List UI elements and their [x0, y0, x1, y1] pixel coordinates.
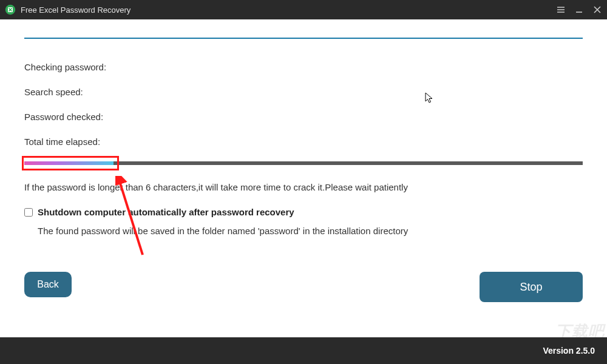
time-elapsed-row: Total time elapsed:	[24, 136, 583, 147]
search-speed-label: Search speed:	[24, 87, 83, 97]
footer: Version 2.5.0	[0, 337, 607, 364]
progress-fill	[24, 161, 114, 165]
divider-line	[24, 38, 583, 39]
version-label: Version 2.5.0	[543, 346, 595, 356]
progress-bar	[24, 161, 583, 165]
stop-button[interactable]: Stop	[480, 272, 583, 302]
save-location-note: The found password will be saved in the …	[38, 226, 583, 236]
minimize-icon[interactable]	[574, 5, 584, 15]
app-title: Free Excel Password Recovery	[21, 5, 556, 15]
main-content: Checking password: Search speed: Passwor…	[0, 38, 607, 236]
back-button[interactable]: Back	[24, 272, 72, 297]
shutdown-checkbox[interactable]	[24, 208, 33, 217]
time-elapsed-label: Total time elapsed:	[24, 136, 100, 147]
checking-password-label: Checking password:	[24, 62, 106, 72]
password-checked-label: Password checked:	[24, 112, 103, 122]
shutdown-checkbox-label: Shutdown computer automatically after pa…	[38, 207, 294, 217]
checking-password-row: Checking password:	[24, 62, 583, 72]
wait-note: If the password is longer than 6 charact…	[24, 182, 583, 192]
window-controls	[556, 5, 602, 15]
search-speed-row: Search speed:	[24, 87, 583, 97]
shutdown-checkbox-row: Shutdown computer automatically after pa…	[24, 207, 583, 217]
password-checked-row: Password checked:	[24, 112, 583, 122]
button-row: Back Stop	[24, 272, 583, 302]
progress-track	[24, 161, 583, 165]
close-icon[interactable]	[592, 5, 602, 15]
app-icon	[5, 4, 16, 15]
menu-icon[interactable]	[556, 5, 566, 15]
titlebar: Free Excel Password Recovery	[0, 0, 607, 19]
